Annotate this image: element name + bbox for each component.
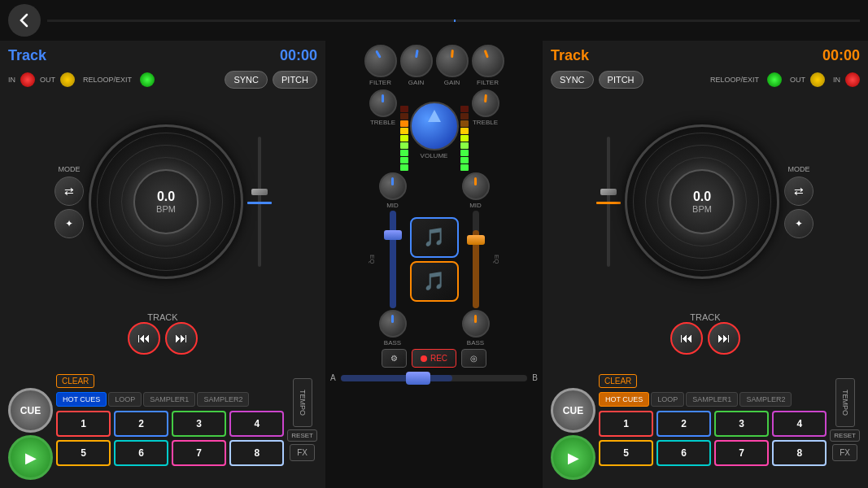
right-pad-7[interactable]: 7 [714,440,769,466]
gain-right-group: GAIN [436,45,469,86]
right-mode-btn-1[interactable]: ⇄ [784,176,813,206]
left-in-led[interactable] [20,72,35,87]
crossfader-handle[interactable] [406,372,430,385]
mid-right-knob[interactable] [462,172,490,200]
right-pad-2[interactable]: 2 [656,411,711,437]
right-deck-time: 00:00 [822,47,860,64]
left-sampler2-tab[interactable]: SAMPLER2 [197,392,249,407]
right-channel-fader-handle[interactable] [467,235,485,245]
right-pitch-button[interactable]: PITCH [599,71,643,89]
right-pad-3[interactable]: 3 [714,411,769,437]
settings-icon: ⚙ [390,354,398,363]
crossfader-track[interactable] [341,375,528,381]
treble-right-knob[interactable] [472,89,499,117]
left-channel-fader-handle[interactable] [384,230,402,240]
left-channel-fader-track[interactable] [390,211,396,308]
right-hot-cues-tab[interactable]: HOT CUES [599,392,649,407]
left-mode-btn-1[interactable]: ⇄ [55,176,84,206]
left-pad-4[interactable]: 4 [229,411,284,437]
left-prev-track-button[interactable]: ⏮ [128,322,160,355]
right-play-button[interactable]: ▶ [551,435,595,480]
volume-knob[interactable] [410,102,459,150]
left-pad-5[interactable]: 5 [56,440,111,466]
bass-right-knob[interactable] [462,310,490,338]
right-sync-button[interactable]: SYNC [551,71,594,89]
left-pad-3[interactable]: 3 [172,411,226,437]
right-sampler1-tab[interactable]: SAMPLER1 [686,392,738,407]
left-pad-7[interactable]: 7 [172,440,226,466]
left-pitch-thumb[interactable] [251,189,268,195]
right-mode-btn-2[interactable]: ✦ [784,209,813,238]
left-pad-1[interactable]: 1 [56,411,111,437]
right-pad-8[interactable]: 8 [772,440,827,466]
right-pitch-track[interactable] [607,137,610,267]
volume-group: VOLUME [410,102,459,159]
filter-right-knob[interactable] [472,45,504,77]
left-pad-6[interactable]: 6 [114,440,168,466]
right-cue-col: CUE ▶ [551,359,595,480]
left-mode-btn-2[interactable]: ✦ [55,209,84,238]
left-reset-button[interactable]: RESET [287,429,317,442]
left-out-led[interactable] [60,72,75,87]
left-tabs-btns: HOT CUES LOOP SAMPLER1 SAMPLER2 [56,392,284,407]
left-tempo-button[interactable]: TEMPO [293,378,312,427]
left-loop-tab[interactable]: LOOP [108,392,142,407]
right-channel-fader-track[interactable] [473,211,479,308]
rec-label: REC [430,354,447,363]
treble-left-group: TREBLE [369,89,397,126]
right-pad-1[interactable]: 1 [599,411,653,437]
left-cue-button[interactable]: CUE [8,388,53,433]
left-clear-button[interactable]: CLEAR [56,374,94,388]
right-cue-button[interactable]: CUE [551,388,595,433]
filter-left-knob[interactable] [364,45,397,77]
right-out-led[interactable] [810,72,825,87]
add-track-left-button[interactable]: 🎵 [410,217,459,258]
right-sampler2-tab[interactable]: SAMPLER2 [739,392,792,407]
left-fx-button[interactable]: FX [290,444,315,461]
right-next-track-button[interactable]: ⏭ [708,322,740,355]
back-button[interactable] [8,4,41,37]
mid-left-knob[interactable] [379,172,407,200]
bass-left-knob[interactable] [379,310,407,338]
right-pad-4[interactable]: 4 [772,411,827,437]
rec-button[interactable]: REC [412,349,456,368]
left-turntable[interactable]: 0.0 BPM [89,124,243,279]
filter-left-label: FILTER [369,79,391,86]
treble-right-group: TREBLE [472,89,499,126]
right-deck: Track 00:00 SYNC PITCH RELOOP/EXIT OUT I… [543,41,868,488]
right-pad-5[interactable]: 5 [599,440,653,466]
gain-left-knob[interactable] [400,45,433,77]
right-prev-track-button[interactable]: ⏮ [670,322,703,355]
waveform-bar [47,20,860,22]
right-pads-grid: 1 2 3 4 5 6 7 8 [599,411,827,466]
mixer-settings-button[interactable]: ⚙ [382,349,407,368]
left-pitch-button[interactable]: PITCH [273,71,317,89]
left-sync-button[interactable]: SYNC [225,71,268,89]
right-reset-button[interactable]: RESET [830,429,860,442]
playhead [454,20,456,22]
right-in-led[interactable] [845,72,860,87]
vu-meters-row: VOLUME [400,89,469,171]
add-track-right-button[interactable]: 🎵 [410,261,459,302]
right-pad-6[interactable]: 6 [656,440,711,466]
left-next-track-button[interactable]: ⏭ [165,322,198,355]
left-reloop-led[interactable] [140,72,155,87]
left-pitch-track[interactable] [258,137,261,267]
right-pitch-thumb[interactable] [600,189,617,195]
treble-left-knob[interactable] [369,89,397,117]
left-hot-cues-tab[interactable]: HOT CUES [56,392,107,407]
target-button[interactable]: ◎ [461,349,486,368]
left-play-button[interactable]: ▶ [8,435,53,480]
left-track-label: TRACK [7,312,319,322]
right-turntable[interactable]: 0.0 BPM [625,124,779,279]
right-loop-tab[interactable]: LOOP [651,392,684,407]
left-pad-2[interactable]: 2 [114,411,168,437]
right-reloop-led[interactable] [767,72,782,87]
gain-right-knob[interactable] [436,45,469,77]
right-fx-button[interactable]: FX [832,444,857,461]
left-sampler1-tab[interactable]: SAMPLER1 [143,392,195,407]
left-pad-8[interactable]: 8 [229,440,284,466]
treble-right-label: TREBLE [473,119,498,126]
right-tempo-button[interactable]: TEMPO [835,378,855,427]
right-clear-button[interactable]: CLEAR [599,374,637,388]
